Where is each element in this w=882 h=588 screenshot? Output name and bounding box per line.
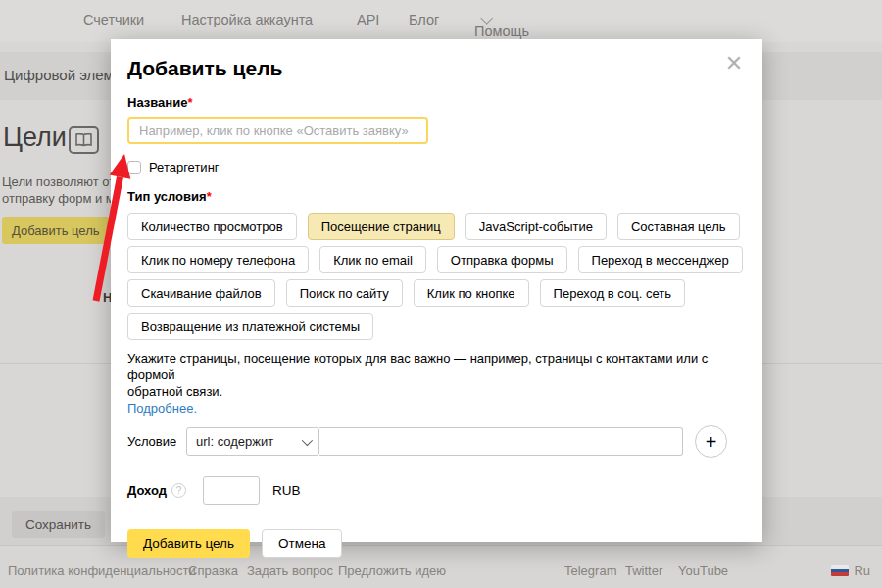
condition-type-label: Тип условия*	[127, 189, 743, 204]
currency-label: RUB	[272, 483, 301, 498]
help-icon[interactable]: ?	[172, 483, 186, 498]
footer-link-youtube[interactable]: YouTube	[678, 564, 728, 578]
chevron-down-icon	[480, 12, 493, 24]
nav-item-blog[interactable]: Блог	[409, 12, 439, 27]
page-title: Цели	[3, 122, 67, 153]
footer-link-twitter[interactable]: Twitter	[625, 564, 662, 578]
condition-operator-select[interactable]: url: содержит	[186, 427, 319, 456]
condition-value-input[interactable]	[319, 427, 683, 456]
footer-link-telegram[interactable]: Telegram	[564, 564, 616, 578]
footer-link-suggest-idea[interactable]: Предложить идею	[338, 564, 446, 578]
chip-pageview-count[interactable]: Количество просмотров	[127, 213, 297, 240]
retargeting-label[interactable]: Ретаргетинг	[149, 160, 220, 174]
footer-link-ask-question[interactable]: Задать вопрос	[247, 564, 333, 578]
chip-js-event[interactable]: JavaScript-событие	[466, 213, 607, 240]
book-icon	[75, 133, 92, 147]
required-asterisk: *	[187, 95, 192, 110]
chip-phone-click[interactable]: Клик по номеру телефона	[127, 246, 309, 273]
nav-item-help[interactable]: Помощь	[474, 12, 489, 27]
chip-payment-return[interactable]: Возвращение из платежной системы	[127, 313, 373, 340]
chip-site-search[interactable]: Поиск по сайту	[286, 279, 403, 307]
chip-page-visit[interactable]: Посещение страниц	[308, 213, 455, 240]
footer-link-help[interactable]: Справка	[188, 564, 238, 578]
close-icon[interactable]: ✕	[721, 51, 747, 76]
revenue-row: Доход ? RUB	[127, 476, 743, 505]
chip-file-download[interactable]: Скачивание файлов	[127, 279, 275, 307]
submit-add-goal-button[interactable]: Добавить цель	[127, 529, 250, 558]
required-asterisk: *	[207, 189, 212, 204]
language-label: Ru	[854, 564, 870, 578]
chip-button-click[interactable]: Клик по кнопке	[414, 279, 529, 307]
condition-row: Условие url: содержит +	[127, 425, 743, 458]
chip-messenger[interactable]: Переход в мессенджер	[578, 246, 743, 273]
goals-description-line1: Цели позволяют от	[2, 174, 115, 189]
retargeting-checkbox[interactable]	[127, 161, 141, 174]
chip-email-click[interactable]: Клик по email	[319, 246, 426, 273]
chip-social-network[interactable]: Переход в соц. сеть	[540, 279, 685, 307]
modal-title: Добавить цель	[127, 57, 743, 80]
language-switcher[interactable]: Ru	[831, 564, 870, 578]
docs-book-icon[interactable]	[69, 126, 99, 154]
nav-item-api[interactable]: API	[357, 12, 379, 27]
nav-item-counters[interactable]: Счетчики	[83, 12, 144, 27]
more-link[interactable]: Подробнее.	[127, 401, 197, 416]
background-add-goal-button[interactable]: Добавить цель	[2, 217, 110, 244]
goals-description-line2: отправку форм и м	[2, 191, 115, 206]
cancel-button[interactable]: Отмена	[262, 529, 342, 558]
revenue-input[interactable]	[203, 476, 260, 505]
add-goal-modal: Добавить цель ✕ Название* Ретаргетинг Ти…	[111, 39, 762, 542]
chevron-down-icon	[302, 434, 313, 445]
top-navigation: Счетчики Настройка аккаунта API Блог Пом…	[0, 0, 882, 42]
counter-name: Цифровой элеме	[4, 67, 122, 83]
name-field-label: Название*	[127, 95, 743, 110]
revenue-label: Доход	[127, 483, 167, 498]
nav-item-account-settings[interactable]: Настройка аккаунта	[181, 12, 313, 27]
goal-type-chips: Количество просмотров Посещение страниц …	[127, 213, 743, 340]
footer-link-privacy[interactable]: Политика конфиденциальности	[8, 564, 196, 578]
goal-name-input[interactable]	[127, 117, 428, 144]
save-button[interactable]: Сохранить	[12, 511, 105, 538]
chip-composite-goal[interactable]: Составная цель	[617, 213, 740, 240]
chip-form-submit[interactable]: Отправка формы	[437, 246, 567, 273]
add-condition-button[interactable]: +	[695, 425, 727, 458]
russia-flag-icon	[831, 565, 849, 576]
condition-description: Укажите страницы, посещение которых для …	[127, 350, 743, 416]
condition-label: Условие	[127, 434, 186, 449]
